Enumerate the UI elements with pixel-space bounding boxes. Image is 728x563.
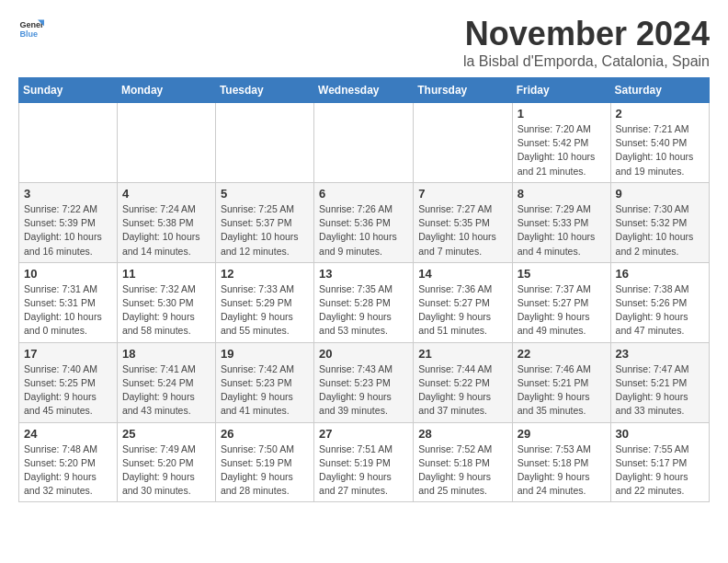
day-info: Sunrise: 7:31 AM Sunset: 5:31 PM Dayligh… [24, 282, 112, 339]
logo: General Blue [18, 15, 44, 40]
calendar-cell: 1Sunrise: 7:20 AM Sunset: 5:42 PM Daylig… [512, 103, 610, 183]
weekday-header: Sunday [19, 78, 118, 103]
day-info: Sunrise: 7:33 AM Sunset: 5:29 PM Dayligh… [221, 282, 309, 339]
day-info: Sunrise: 7:50 AM Sunset: 5:19 PM Dayligh… [221, 442, 309, 499]
day-number: 23 [616, 347, 704, 361]
calendar-cell: 23Sunrise: 7:47 AM Sunset: 5:21 PM Dayli… [610, 342, 709, 422]
calendar-cell: 22Sunrise: 7:46 AM Sunset: 5:21 PM Dayli… [512, 342, 610, 422]
day-number: 5 [221, 187, 309, 201]
day-number: 3 [24, 187, 112, 201]
day-number: 7 [418, 187, 506, 201]
day-number: 19 [221, 347, 309, 361]
day-number: 4 [122, 187, 210, 201]
day-info: Sunrise: 7:53 AM Sunset: 5:18 PM Dayligh… [518, 442, 606, 499]
day-info: Sunrise: 7:24 AM Sunset: 5:38 PM Dayligh… [122, 202, 210, 259]
calendar-week-row: 10Sunrise: 7:31 AM Sunset: 5:31 PM Dayli… [19, 262, 710, 342]
day-info: Sunrise: 7:32 AM Sunset: 5:30 PM Dayligh… [122, 282, 210, 339]
day-info: Sunrise: 7:47 AM Sunset: 5:21 PM Dayligh… [616, 362, 704, 419]
day-number: 10 [24, 267, 112, 281]
day-info: Sunrise: 7:40 AM Sunset: 5:25 PM Dayligh… [24, 362, 112, 419]
calendar-cell: 26Sunrise: 7:50 AM Sunset: 5:19 PM Dayli… [215, 422, 313, 502]
day-number: 1 [518, 107, 606, 121]
day-info: Sunrise: 7:30 AM Sunset: 5:32 PM Dayligh… [616, 202, 704, 259]
day-number: 24 [24, 427, 112, 441]
calendar-cell: 27Sunrise: 7:51 AM Sunset: 5:19 PM Dayli… [314, 422, 414, 502]
weekday-header: Friday [512, 78, 610, 103]
calendar-cell: 28Sunrise: 7:52 AM Sunset: 5:18 PM Dayli… [414, 422, 512, 502]
day-number: 29 [518, 427, 606, 441]
day-number: 22 [518, 347, 606, 361]
calendar-cell: 12Sunrise: 7:33 AM Sunset: 5:29 PM Dayli… [215, 262, 313, 342]
day-info: Sunrise: 7:41 AM Sunset: 5:24 PM Dayligh… [122, 362, 210, 419]
day-number: 6 [319, 187, 408, 201]
weekday-header: Monday [117, 78, 215, 103]
calendar-cell: 13Sunrise: 7:35 AM Sunset: 5:28 PM Dayli… [314, 262, 414, 342]
calendar-cell: 4Sunrise: 7:24 AM Sunset: 5:38 PM Daylig… [117, 182, 215, 262]
title-area: November 2024 la Bisbal d'Emporda, Catal… [463, 15, 710, 70]
day-info: Sunrise: 7:20 AM Sunset: 5:42 PM Dayligh… [518, 122, 606, 178]
day-number: 21 [418, 347, 506, 361]
svg-text:Blue: Blue [19, 29, 38, 39]
day-info: Sunrise: 7:46 AM Sunset: 5:21 PM Dayligh… [518, 362, 606, 419]
calendar-cell: 18Sunrise: 7:41 AM Sunset: 5:24 PM Dayli… [117, 342, 215, 422]
calendar-cell: 8Sunrise: 7:29 AM Sunset: 5:33 PM Daylig… [512, 182, 610, 262]
day-number: 26 [221, 427, 309, 441]
day-number: 8 [518, 187, 606, 201]
day-number: 30 [616, 427, 704, 441]
day-number: 12 [221, 267, 309, 281]
day-number: 28 [418, 427, 506, 441]
calendar-week-row: 17Sunrise: 7:40 AM Sunset: 5:25 PM Dayli… [19, 342, 710, 422]
weekday-header: Saturday [610, 78, 709, 103]
calendar-cell: 5Sunrise: 7:25 AM Sunset: 5:37 PM Daylig… [215, 182, 313, 262]
calendar-week-row: 24Sunrise: 7:48 AM Sunset: 5:20 PM Dayli… [19, 422, 710, 502]
day-number: 20 [319, 347, 408, 361]
calendar-cell: 17Sunrise: 7:40 AM Sunset: 5:25 PM Dayli… [19, 342, 118, 422]
calendar-cell: 14Sunrise: 7:36 AM Sunset: 5:27 PM Dayli… [414, 262, 512, 342]
day-number: 15 [518, 267, 606, 281]
calendar-table: SundayMondayTuesdayWednesdayThursdayFrid… [18, 77, 710, 502]
calendar-cell: 30Sunrise: 7:55 AM Sunset: 5:17 PM Dayli… [610, 422, 709, 502]
day-info: Sunrise: 7:48 AM Sunset: 5:20 PM Dayligh… [24, 442, 112, 499]
day-info: Sunrise: 7:21 AM Sunset: 5:40 PM Dayligh… [616, 122, 704, 178]
calendar-cell: 24Sunrise: 7:48 AM Sunset: 5:20 PM Dayli… [19, 422, 118, 502]
weekday-header: Thursday [414, 78, 512, 103]
calendar-cell [314, 103, 414, 183]
day-number: 9 [616, 187, 704, 201]
day-number: 13 [319, 267, 408, 281]
weekday-header: Wednesday [314, 78, 414, 103]
calendar-cell: 10Sunrise: 7:31 AM Sunset: 5:31 PM Dayli… [19, 262, 118, 342]
calendar-week-row: 3Sunrise: 7:22 AM Sunset: 5:39 PM Daylig… [19, 182, 710, 262]
day-number: 18 [122, 347, 210, 361]
calendar-cell: 16Sunrise: 7:38 AM Sunset: 5:26 PM Dayli… [610, 262, 709, 342]
day-info: Sunrise: 7:29 AM Sunset: 5:33 PM Dayligh… [518, 202, 606, 259]
day-number: 11 [122, 267, 210, 281]
day-number: 14 [418, 267, 506, 281]
day-info: Sunrise: 7:38 AM Sunset: 5:26 PM Dayligh… [616, 282, 704, 339]
day-number: 27 [319, 427, 408, 441]
weekday-header: Tuesday [215, 78, 313, 103]
day-info: Sunrise: 7:26 AM Sunset: 5:36 PM Dayligh… [319, 202, 408, 259]
calendar-cell: 19Sunrise: 7:42 AM Sunset: 5:23 PM Dayli… [215, 342, 313, 422]
logo-icon: General Blue [18, 15, 44, 40]
day-info: Sunrise: 7:27 AM Sunset: 5:35 PM Dayligh… [418, 202, 506, 259]
day-info: Sunrise: 7:43 AM Sunset: 5:23 PM Dayligh… [319, 362, 408, 419]
day-number: 25 [122, 427, 210, 441]
page-header: General Blue November 2024 la Bisbal d'E… [18, 15, 710, 70]
day-info: Sunrise: 7:37 AM Sunset: 5:27 PM Dayligh… [518, 282, 606, 339]
month-title: November 2024 [463, 15, 710, 53]
calendar-cell: 3Sunrise: 7:22 AM Sunset: 5:39 PM Daylig… [19, 182, 118, 262]
calendar-cell: 6Sunrise: 7:26 AM Sunset: 5:36 PM Daylig… [314, 182, 414, 262]
day-info: Sunrise: 7:36 AM Sunset: 5:27 PM Dayligh… [418, 282, 506, 339]
location-subtitle: la Bisbal d'Emporda, Catalonia, Spain [463, 53, 710, 70]
calendar-cell: 2Sunrise: 7:21 AM Sunset: 5:40 PM Daylig… [610, 103, 709, 183]
calendar-cell [19, 103, 118, 183]
calendar-cell [414, 103, 512, 183]
day-info: Sunrise: 7:44 AM Sunset: 5:22 PM Dayligh… [418, 362, 506, 419]
calendar-cell: 25Sunrise: 7:49 AM Sunset: 5:20 PM Dayli… [117, 422, 215, 502]
day-info: Sunrise: 7:51 AM Sunset: 5:19 PM Dayligh… [319, 442, 408, 499]
day-info: Sunrise: 7:25 AM Sunset: 5:37 PM Dayligh… [221, 202, 309, 259]
calendar-header-row: SundayMondayTuesdayWednesdayThursdayFrid… [19, 78, 710, 103]
day-number: 17 [24, 347, 112, 361]
calendar-cell: 9Sunrise: 7:30 AM Sunset: 5:32 PM Daylig… [610, 182, 709, 262]
day-number: 16 [616, 267, 704, 281]
